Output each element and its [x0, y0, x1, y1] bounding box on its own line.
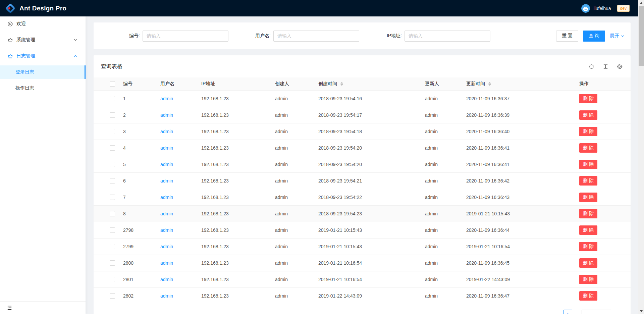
smile-icon — [7, 21, 13, 27]
cell-id: 1 — [118, 90, 155, 107]
delete-button[interactable]: 删 除 — [579, 242, 597, 251]
delete-button[interactable]: 删 除 — [579, 176, 597, 186]
expand-toggle[interactable]: 展开 — [610, 33, 625, 39]
cell-id: 6 — [118, 172, 155, 189]
row-checkbox[interactable] — [110, 145, 115, 151]
username-link[interactable]: admin — [160, 227, 173, 233]
cell-id: 8 — [118, 205, 155, 222]
column-height-icon[interactable] — [603, 64, 608, 69]
username-link[interactable]: admin — [160, 145, 173, 151]
column-header-update-time[interactable]: 更新时间 — [461, 77, 574, 90]
cell-username: admin — [155, 271, 196, 287]
cell-updater: admin — [420, 189, 461, 205]
username-link[interactable]: admin — [160, 129, 173, 134]
delete-button[interactable]: 删 除 — [579, 209, 597, 218]
row-checkbox[interactable] — [110, 211, 115, 216]
cell-updater: admin — [420, 287, 461, 304]
cell-ip: 192.168.1.23 — [196, 90, 270, 107]
username-link[interactable]: admin — [160, 112, 173, 118]
column-header-label: 创建时间 — [318, 81, 337, 86]
reset-button[interactable]: 重 置 — [556, 31, 578, 42]
cell-username: admin — [155, 156, 196, 172]
delete-button[interactable]: 删 除 — [579, 127, 597, 136]
delete-button[interactable]: 删 除 — [579, 110, 597, 120]
row-checkbox[interactable] — [110, 293, 115, 299]
cell-creator: admin — [270, 107, 313, 123]
user-menu[interactable]: liufeihua — [581, 4, 611, 13]
sidebar-item-welcome[interactable]: 欢迎 — [0, 17, 86, 31]
delete-button[interactable]: 删 除 — [579, 193, 597, 202]
cell-id: 7 — [118, 189, 155, 205]
username-link[interactable]: admin — [160, 260, 173, 266]
username-link[interactable]: admin — [160, 96, 173, 101]
delete-button[interactable]: 删 除 — [579, 225, 597, 235]
select-all-checkbox[interactable] — [110, 81, 115, 87]
sidebar-item-login-log[interactable]: 登录日志 — [0, 65, 86, 79]
column-header-create-time[interactable]: 创建时间 — [313, 77, 420, 90]
page-scrollbar[interactable] — [638, 0, 644, 314]
sidebar-item-label: 系统管理 — [16, 37, 35, 43]
main-content: 编号: 用户名: IP地址: 重 置 查 询 展开 — [86, 16, 638, 314]
column-header-username: 用户名 — [155, 77, 196, 90]
username-link[interactable]: admin — [160, 211, 173, 216]
row-checkbox[interactable] — [110, 244, 115, 249]
scrollbar-down-arrow[interactable] — [638, 308, 644, 314]
cell-create-time: 2019-01-21 10:15:43 — [313, 222, 420, 238]
username-link[interactable]: admin — [160, 162, 173, 167]
row-select-cell — [94, 271, 118, 287]
username-link[interactable]: admin — [160, 244, 173, 249]
ip-input[interactable] — [405, 31, 490, 42]
table-row: 2800 admin 192.168.1.23 admin 2019-01-21… — [94, 255, 631, 271]
reload-icon[interactable] — [589, 64, 594, 69]
sidebar-item-log-mgmt[interactable]: 日志管理 — [0, 49, 86, 63]
query-button[interactable]: 查 询 — [583, 31, 605, 42]
row-checkbox[interactable] — [110, 277, 115, 282]
settings-gear-icon[interactable] — [617, 64, 623, 69]
username-link[interactable]: admin — [160, 178, 173, 184]
sorter-icon[interactable] — [488, 82, 491, 86]
user-name: liufeihua — [593, 6, 611, 11]
row-checkbox[interactable] — [110, 260, 115, 266]
row-select-cell — [94, 123, 118, 140]
row-checkbox[interactable] — [110, 178, 115, 184]
delete-button[interactable]: 删 除 — [579, 275, 597, 284]
row-checkbox[interactable] — [110, 195, 115, 200]
cell-update-time: 2020-11-09 16:36:45 — [461, 255, 574, 271]
sidebar-item-label: 日志管理 — [16, 53, 35, 59]
pagination-current-page[interactable]: 1 — [564, 310, 572, 314]
table-header-row: 编号 用户名 IP地址 创建人 创建时间 更新人 更新时间 — [94, 77, 631, 90]
cell-action: 删 除 — [574, 287, 631, 304]
cell-action: 删 除 — [574, 156, 631, 172]
username-input[interactable] — [273, 31, 359, 42]
cell-action: 删 除 — [574, 238, 631, 255]
delete-button[interactable]: 删 除 — [579, 258, 597, 268]
row-checkbox[interactable] — [110, 112, 115, 118]
delete-button[interactable]: 删 除 — [579, 160, 597, 169]
sidebar-item-system-mgmt[interactable]: 系统管理 — [0, 33, 86, 47]
username-link[interactable]: admin — [160, 277, 173, 282]
scrollbar-up-arrow[interactable] — [638, 0, 644, 6]
delete-button[interactable]: 删 除 — [579, 291, 597, 301]
cell-ip: 192.168.1.23 — [196, 123, 270, 140]
row-checkbox[interactable] — [110, 129, 115, 134]
menu-fold-icon[interactable] — [7, 305, 12, 311]
id-input[interactable] — [143, 31, 228, 42]
row-checkbox[interactable] — [110, 96, 115, 101]
username-link[interactable]: admin — [160, 293, 173, 299]
env-tag: dev — [617, 5, 630, 12]
row-select-cell — [94, 107, 118, 123]
sorter-icon[interactable] — [340, 82, 343, 86]
column-header-id: 编号 — [118, 77, 155, 90]
sidebar-item-operation-log[interactable]: 操作日志 — [0, 82, 86, 95]
username-link[interactable]: admin — [160, 195, 173, 200]
scrollbar-thumb[interactable] — [639, 6, 644, 66]
app-logo[interactable]: Ant Design Pro — [5, 3, 66, 13]
row-checkbox[interactable] — [110, 227, 115, 233]
column-header-action: 操作 — [574, 77, 631, 90]
row-checkbox[interactable] — [110, 162, 115, 167]
page-size-select[interactable] — [582, 310, 611, 314]
column-header-label: 更新时间 — [466, 81, 485, 86]
cell-create-time: 2018-09-23 19:54:17 — [313, 107, 420, 123]
delete-button[interactable]: 删 除 — [579, 94, 597, 103]
delete-button[interactable]: 删 除 — [579, 143, 597, 153]
